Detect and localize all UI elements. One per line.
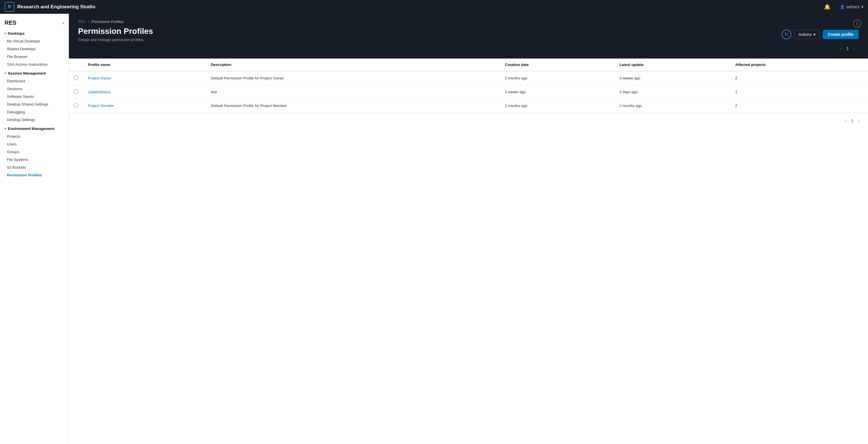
- sidebar-section-environment-management-title[interactable]: ▾ Environment Management: [0, 125, 69, 133]
- row-3-profile-name-cell: Project Member: [83, 99, 206, 113]
- table-row: UpdateStatus test 3 weeks ago 3 days ago…: [69, 85, 868, 99]
- col-latest-update: Latest update: [615, 59, 731, 71]
- page-subtitle: Create and manage permission profiles.: [78, 38, 153, 42]
- page-header: RES › Permission Profiles Permission Pro…: [69, 14, 868, 59]
- table-area: Profile name Description Creation date L…: [69, 59, 868, 444]
- pagination-top: ‹ 1 ›: [78, 45, 859, 52]
- sidebar-item-sessions[interactable]: Sessions: [0, 85, 69, 93]
- main-layout: RES ‹ ▾ Desktops My Virtual Desktops Sha…: [0, 14, 868, 444]
- table-body: Project Owner Default Permission Profile…: [69, 71, 868, 113]
- content-area: RES › Permission Profiles Permission Pro…: [69, 14, 868, 444]
- prev-page-top-button[interactable]: ‹: [839, 45, 844, 52]
- sidebar-item-debugging[interactable]: Debugging: [0, 108, 69, 116]
- sidebar-item-software-stacks[interactable]: Software Stacks: [0, 93, 69, 100]
- row-2-select-cell: [69, 85, 83, 99]
- page-number-top: 1: [846, 46, 849, 51]
- app-logo: R: [5, 2, 14, 12]
- sidebar-collapse-button[interactable]: ‹: [63, 20, 64, 26]
- actions-label: Actions: [799, 32, 812, 37]
- row-1-select-cell: [69, 71, 83, 85]
- sidebar-header: RES ‹: [0, 17, 69, 30]
- col-description: Description: [206, 59, 500, 71]
- sidebar-item-file-browser[interactable]: File Browser: [0, 53, 69, 61]
- sidebar-section-desktops-title[interactable]: ▾ Desktops: [0, 30, 69, 37]
- row-2-profile-name-cell: UpdateStatus: [83, 85, 206, 99]
- actions-dropdown-button[interactable]: Actions ▾: [794, 30, 820, 39]
- row-1-profile-name-cell: Project Owner: [83, 71, 206, 85]
- sidebar-section-environment-management: ▾ Environment Management Projects Users …: [0, 125, 69, 179]
- row-2-creation-date-cell: 3 weeks ago: [500, 85, 615, 99]
- sidebar-section-desktops: ▾ Desktops My Virtual Desktops Shared De…: [0, 30, 69, 68]
- desktops-arrow-icon: ▾: [5, 32, 6, 35]
- refresh-button[interactable]: ↻: [782, 30, 792, 39]
- row-3-creation-date-cell: 2 months ago: [500, 99, 615, 113]
- page-title: Permission Profiles: [78, 27, 153, 36]
- session-management-label: Session Management: [8, 71, 46, 75]
- row-1-affected-projects-cell: 2: [731, 71, 868, 85]
- sidebar-item-s3-buckets[interactable]: S3 Buckets: [0, 164, 69, 171]
- row-2-profile-link[interactable]: UpdateStatus: [88, 90, 111, 94]
- row-1-creation-date-cell: 2 months ago: [500, 71, 615, 85]
- page-header-left: Permission Profiles Create and manage pe…: [78, 27, 153, 42]
- sidebar-item-shared-desktops[interactable]: Shared Desktops: [0, 45, 69, 53]
- row-2-radio[interactable]: [74, 89, 79, 94]
- row-3-description-cell: Default Permission Profile for Project M…: [206, 99, 500, 113]
- username-label: admin1: [846, 5, 860, 9]
- row-1-profile-link[interactable]: Project Owner: [88, 76, 112, 80]
- row-2-latest-update-cell: 3 days ago: [615, 85, 731, 99]
- row-2-affected-projects-cell: 1: [731, 85, 868, 99]
- nav-left: R Research and Engineering Studio: [5, 2, 95, 12]
- sidebar-item-file-systems[interactable]: File Systems: [0, 156, 69, 164]
- row-1-latest-update-cell: 3 weeks ago: [615, 71, 731, 85]
- sidebar-item-desktop-shared-settings[interactable]: Desktop Shared Settings: [0, 100, 69, 108]
- next-page-top-button[interactable]: ›: [851, 45, 857, 52]
- create-profile-button[interactable]: Create profile: [823, 30, 859, 39]
- sidebar-item-desktop-settings[interactable]: Desktop Settings: [0, 116, 69, 124]
- col-affected-projects: Affected projects: [731, 59, 868, 71]
- top-navigation: R Research and Engineering Studio 🔔 👤 ad…: [0, 0, 868, 14]
- sidebar-item-groups[interactable]: Groups: [0, 148, 69, 156]
- breadcrumb: RES › Permission Profiles: [78, 20, 859, 24]
- sidebar-item-projects[interactable]: Projects: [0, 133, 69, 140]
- session-management-arrow-icon: ▾: [5, 72, 6, 75]
- sidebar-item-my-virtual-desktops[interactable]: My Virtual Desktops: [0, 37, 69, 45]
- page-header-actions: ↻ Actions ▾ Create profile: [782, 30, 859, 39]
- nav-right: 🔔 👤 admin1 ▾: [824, 3, 863, 10]
- prev-page-bottom-button[interactable]: ‹: [843, 117, 848, 124]
- sidebar-item-ssh-access[interactable]: SSH Access Instructions: [0, 61, 69, 68]
- app-title: Research and Engineering Studio: [17, 4, 95, 10]
- row-3-profile-link[interactable]: Project Member: [88, 104, 114, 108]
- sidebar-brand: RES: [5, 20, 17, 26]
- page-header-row: Permission Profiles Create and manage pe…: [78, 27, 859, 42]
- page-number-bottom: 1: [851, 118, 854, 123]
- notifications-bell-icon[interactable]: 🔔: [824, 4, 830, 10]
- sidebar-item-dashboard[interactable]: Dashboard: [0, 77, 69, 85]
- environment-management-label: Environment Management: [8, 127, 55, 131]
- row-2-description-cell: test: [206, 85, 500, 99]
- row-3-affected-projects-cell: 2: [731, 99, 868, 113]
- breadcrumb-separator: ›: [88, 20, 89, 24]
- nav-divider: [835, 3, 835, 10]
- desktops-label: Desktops: [8, 31, 25, 36]
- breadcrumb-root[interactable]: RES: [78, 20, 86, 24]
- info-button[interactable]: i: [853, 20, 861, 28]
- table-header: Profile name Description Creation date L…: [69, 59, 868, 71]
- row-1-description-cell: Default Permission Profile for Project O…: [206, 71, 500, 85]
- table-row: Project Member Default Permission Profil…: [69, 99, 868, 113]
- breadcrumb-current: Permission Profiles: [92, 20, 123, 24]
- sidebar-item-users[interactable]: Users: [0, 140, 69, 148]
- row-1-radio[interactable]: [74, 75, 79, 80]
- actions-chevron-icon: ▾: [813, 32, 815, 37]
- environment-management-arrow-icon: ▾: [5, 127, 6, 130]
- row-3-radio[interactable]: [74, 103, 79, 108]
- next-page-bottom-button[interactable]: ›: [856, 117, 861, 124]
- row-3-select-cell: [69, 99, 83, 113]
- row-3-latest-update-cell: 2 months ago: [615, 99, 731, 113]
- sidebar-item-permission-profiles[interactable]: Permission Profiles: [0, 171, 69, 179]
- sidebar-section-session-management-title[interactable]: ▾ Session Management: [0, 69, 69, 77]
- user-menu[interactable]: 👤 admin1 ▾: [840, 5, 863, 9]
- col-select: [69, 59, 83, 71]
- user-chevron-icon: ▾: [861, 5, 863, 9]
- sidebar: RES ‹ ▾ Desktops My Virtual Desktops Sha…: [0, 14, 69, 444]
- table-row: Project Owner Default Permission Profile…: [69, 71, 868, 85]
